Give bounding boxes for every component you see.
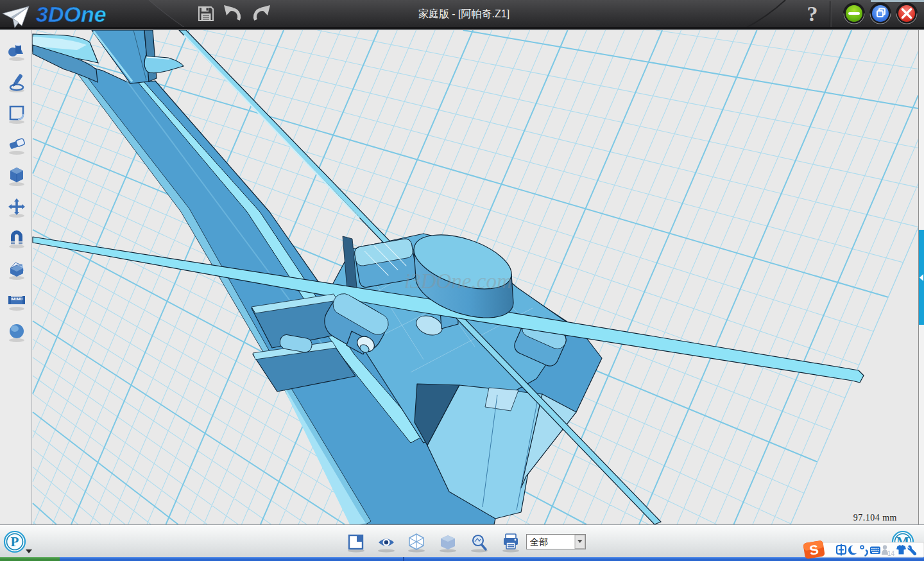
svg-text:全部: 全部	[530, 537, 548, 547]
svg-text:P: P	[11, 534, 19, 549]
svg-text:?: ?	[807, 2, 818, 26]
svg-text:家庭版 - [阿帕奇.Z1]: 家庭版 - [阿帕奇.Z1]	[418, 8, 509, 19]
svg-text:97.104 mm: 97.104 mm	[853, 513, 897, 522]
svg-text:14: 14	[887, 550, 895, 557]
svg-text:i3DOne.com: i3DOne.com	[404, 270, 512, 293]
svg-text:3DOne: 3DOne	[36, 2, 107, 26]
